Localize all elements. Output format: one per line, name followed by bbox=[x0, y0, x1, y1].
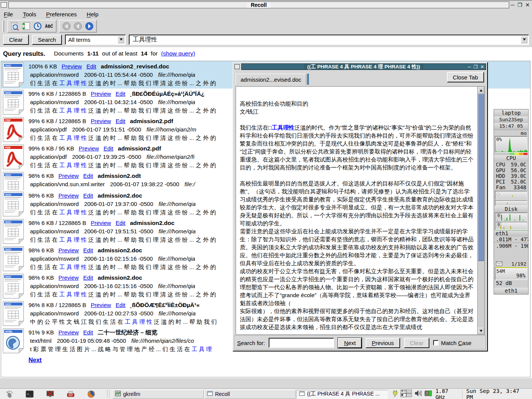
fan-chart-upper[interactable] bbox=[495, 191, 527, 200]
preview-link[interactable]: Preview bbox=[91, 117, 111, 125]
result-relevance-size: 99% 6 KB / 95 KB bbox=[28, 144, 74, 153]
edit-link[interactable]: Edit bbox=[83, 172, 93, 180]
svg-text:HTML: HTML bbox=[5, 330, 13, 333]
preview-minimize-icon[interactable]: ─ bbox=[468, 64, 471, 70]
wifi-chart[interactable]: 54M 98% bbox=[495, 267, 527, 280]
query-input[interactable]: 工具理性 bbox=[129, 35, 529, 45]
edit-link[interactable]: Edit bbox=[83, 274, 93, 282]
gkrellm-panel[interactable]: laptop Sun23Sep 15:47 05 mo 0% CPU CPU59… bbox=[494, 109, 529, 294]
volume-icon[interactable] bbox=[414, 390, 422, 398]
edit-link[interactable]: Edit bbox=[103, 144, 113, 153]
next-page-icon[interactable] bbox=[84, 21, 95, 31]
scroll-up-icon[interactable] bbox=[478, 87, 484, 93]
cpu-frequency-icon[interactable] bbox=[424, 390, 433, 399]
disk-chart-1[interactable]: 0 bbox=[495, 212, 527, 222]
preview-link[interactable]: Preview bbox=[59, 172, 79, 180]
term-explorer-icon[interactable]: ÅBĈ bbox=[44, 21, 54, 31]
preview-text[interactable]: 高校招生的社会功能和目的文/钱江我们生活在□工具理性泛滥的时代。作为“世之显学”… bbox=[236, 87, 477, 334]
fan-chart-lower[interactable] bbox=[495, 200, 527, 206]
preview-link[interactable]: Preview bbox=[91, 219, 111, 227]
next-results-link[interactable]: Next bbox=[28, 357, 42, 364]
show-query-link[interactable]: (show query) bbox=[161, 50, 195, 57]
preview-link[interactable]: Preview bbox=[59, 246, 79, 255]
preview-link[interactable]: Preview bbox=[91, 301, 111, 309]
edit-link[interactable]: Edit bbox=[116, 90, 125, 98]
menu-preferences[interactable]: Preferences bbox=[46, 11, 77, 17]
preview-scrollbar[interactable] bbox=[477, 87, 484, 334]
edit-link[interactable]: Edit bbox=[86, 62, 96, 71]
titlebar-grip[interactable]: Recoll bbox=[8, 2, 509, 8]
close-icon[interactable]: ✕ bbox=[525, 2, 530, 8]
menu-help[interactable]: Help bbox=[87, 11, 98, 17]
typewriter-icon[interactable] bbox=[66, 390, 75, 399]
cpu-chart[interactable]: 0% bbox=[495, 136, 527, 153]
result-date: 2006-01-12 00:27:53 -0500 bbox=[84, 309, 153, 318]
menu-file[interactable]: File bbox=[4, 11, 13, 17]
scrollbar-thumb[interactable] bbox=[478, 94, 484, 261]
sensor-hdd: HDD39.0C bbox=[494, 173, 528, 179]
taskbar-handle[interactable] bbox=[107, 390, 109, 398]
preview-link[interactable]: Preview bbox=[91, 90, 111, 98]
match-case-checkbox[interactable] bbox=[433, 340, 439, 345]
firefox-icon[interactable] bbox=[87, 390, 96, 399]
doc-file-icon: DOC bbox=[3, 192, 24, 217]
preview-link[interactable]: Preview bbox=[62, 62, 82, 71]
chevron-down-icon[interactable] bbox=[118, 36, 124, 43]
prev-page-icon[interactable] bbox=[61, 21, 72, 31]
task-button[interactable]: gkrellm bbox=[112, 390, 204, 399]
preview-maximize-icon[interactable]: ❐ bbox=[473, 64, 478, 70]
task-button[interactable]: Recoll bbox=[204, 390, 296, 399]
menu-tools[interactable]: Tools bbox=[23, 11, 36, 17]
edit-link[interactable]: Edit bbox=[116, 219, 125, 227]
find-clear-button[interactable]: Clear bbox=[404, 338, 430, 348]
fan-krell-knob[interactable] bbox=[497, 193, 500, 196]
task-button[interactable]: ((工 PHRASE 4 具 PHRASE ... bbox=[296, 390, 388, 399]
edit-link[interactable]: Edit bbox=[116, 117, 125, 125]
clear-button[interactable]: Clear bbox=[3, 35, 29, 45]
gnome-menu-icon[interactable] bbox=[5, 390, 14, 399]
preview-link[interactable]: Preview bbox=[59, 274, 79, 282]
lock-screen-icon[interactable] bbox=[46, 390, 55, 399]
preview-titlebar-grip[interactable]: ((工 PHRASE 4 具 PHRASE 4 理 PHRASE 4 性)) ─… bbox=[241, 63, 486, 70]
sort-parameters-icon[interactable] bbox=[21, 21, 32, 31]
preview-link[interactable]: Preview bbox=[59, 192, 79, 200]
history-icon[interactable] bbox=[32, 21, 43, 31]
prev-result-icon[interactable] bbox=[73, 21, 83, 31]
preview-link[interactable]: Preview bbox=[59, 328, 79, 337]
power-plug-icon[interactable] bbox=[392, 390, 398, 399]
result-relevance-size: 98% 6 KB bbox=[28, 274, 54, 282]
edit-link[interactable]: Edit bbox=[83, 192, 93, 200]
result-relevance-size: 98% 6 KB bbox=[28, 246, 54, 255]
query-history-chevron-icon[interactable] bbox=[521, 36, 527, 43]
search-mode-combobox[interactable]: All terms bbox=[65, 35, 126, 45]
result-url: file:///home/qia bbox=[158, 98, 195, 106]
toolbar-handle[interactable] bbox=[2, 21, 4, 32]
edit-link[interactable]: Edit bbox=[83, 328, 93, 337]
menubar: FileToolsPreferencesHelp bbox=[0, 9, 532, 19]
maximize-icon[interactable]: ❐ bbox=[518, 2, 522, 8]
table-search-icon[interactable] bbox=[10, 21, 20, 31]
edit-link[interactable]: Edit bbox=[116, 301, 125, 309]
result-url: file:///home/qia bbox=[158, 309, 196, 318]
find-next-button[interactable]: Next bbox=[338, 338, 362, 348]
result-url: file:///home/qia bbox=[158, 227, 196, 236]
minimize-icon[interactable]: ─ bbox=[511, 2, 515, 8]
scroll-down-icon[interactable] bbox=[478, 328, 484, 334]
toolbar: ÅBĈ bbox=[0, 19, 532, 33]
result-mimetype: application/msword bbox=[30, 200, 79, 208]
preview-link[interactable]: Preview bbox=[79, 144, 99, 153]
find-input[interactable] bbox=[269, 338, 334, 348]
close-tab-button[interactable]: Close Tab bbox=[447, 72, 484, 82]
window-menu-icon[interactable] bbox=[1, 2, 7, 8]
mail-monitor[interactable]: 1/192 bbox=[494, 260, 528, 267]
preview-window-menu-icon[interactable] bbox=[234, 64, 240, 69]
doc-file-icon: DOC bbox=[3, 274, 24, 299]
find-previous-button[interactable]: Previous bbox=[366, 338, 400, 348]
preview-close-icon[interactable]: ✕ bbox=[480, 64, 484, 70]
tab-document[interactable]: admission2...evised.doc bbox=[236, 74, 306, 85]
terminal-icon[interactable]: >_ bbox=[25, 390, 34, 399]
search-button[interactable]: Search bbox=[32, 35, 62, 45]
edit-link[interactable]: Edit bbox=[83, 246, 93, 255]
workspace-pager-icon[interactable] bbox=[401, 390, 412, 399]
disk-chart-2[interactable]: 0 bbox=[495, 222, 527, 230]
